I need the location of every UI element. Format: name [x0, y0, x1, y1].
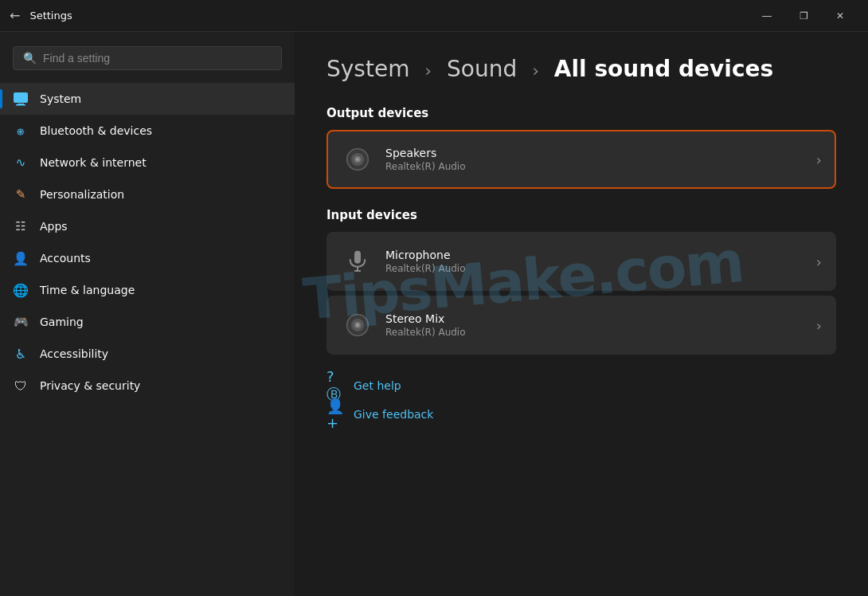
back-icon[interactable]: ← [10, 8, 20, 23]
sidebar-item-label-personalization: Personalization [40, 188, 124, 201]
sidebar: 🔍 System ⎈ Bluetooth & devices ∿ Network… [0, 32, 295, 596]
give-feedback-link[interactable]: 👤+ Give feedback [326, 406, 836, 423]
get-help-label: Get help [354, 379, 401, 392]
breadcrumb-system[interactable]: System [326, 56, 409, 82]
sidebar-item-apps[interactable]: ☷ Apps [0, 210, 295, 242]
breadcrumb: System › Sound › All sound devices [326, 56, 836, 82]
title-bar: ← Settings — ❐ ✕ [0, 0, 868, 32]
breadcrumb-current: All sound devices [554, 56, 773, 82]
monitor-icon [13, 91, 29, 107]
close-button[interactable]: ✕ [822, 0, 858, 32]
main-content: System › Sound › All sound devices Outpu… [295, 32, 868, 596]
sidebar-item-privacy[interactable]: 🛡 Privacy & security [0, 370, 295, 402]
svg-point-13 [356, 323, 359, 327]
privacy-icon: 🛡 [13, 378, 29, 394]
speaker-name: Speakers [385, 147, 816, 159]
sidebar-item-network[interactable]: ∿ Network & internet [0, 147, 295, 178]
sidebar-item-personalization[interactable]: ✎ Personalization [0, 178, 295, 210]
speaker-icon-wrap [341, 143, 374, 176]
svg-rect-7 [354, 251, 361, 264]
device-card-microphone[interactable]: Microphone Realtek(R) Audio › [326, 232, 836, 291]
sidebar-item-label-accounts: Accounts [40, 252, 91, 265]
sidebar-item-system[interactable]: System [0, 83, 295, 115]
network-icon: ∿ [13, 155, 29, 171]
input-devices-title: Input devices [326, 208, 836, 222]
speaker-sub: Realtek(R) Audio [385, 161, 816, 172]
sidebar-item-label-privacy: Privacy & security [40, 379, 140, 392]
microphone-sub: Realtek(R) Audio [385, 263, 816, 274]
svg-rect-0 [14, 92, 28, 103]
help-links: ?Ⓑ Get help 👤+ Give feedback [326, 377, 836, 423]
minimize-button[interactable]: — [749, 0, 785, 32]
time-icon: 🌐 [13, 282, 29, 298]
title-bar-left: ← Settings [10, 8, 72, 23]
microphone-info: Microphone Realtek(R) Audio [385, 249, 816, 274]
give-feedback-icon: 👤+ [326, 406, 344, 423]
sidebar-item-label-time: Time & language [40, 284, 135, 296]
svg-point-6 [356, 158, 359, 161]
search-icon: 🔍 [23, 52, 37, 65]
breadcrumb-sep2: › [532, 61, 539, 80]
title-bar-controls: — ❐ ✕ [749, 0, 858, 32]
sidebar-item-label-system: System [40, 92, 81, 105]
stereo-mix-icon [345, 312, 370, 338]
breadcrumb-sound[interactable]: Sound [447, 56, 517, 82]
microphone-chevron-icon: › [816, 253, 822, 270]
personalization-icon: ✎ [13, 186, 29, 202]
bluetooth-icon: ⎈ [13, 123, 29, 139]
speaker-icon [345, 147, 370, 172]
search-input[interactable] [43, 52, 272, 65]
sidebar-item-gaming[interactable]: 🎮 Gaming [0, 306, 295, 338]
maximize-button[interactable]: ❐ [785, 0, 822, 32]
stereo-mix-sub: Realtek(R) Audio [385, 327, 816, 338]
svg-rect-2 [16, 104, 25, 106]
sidebar-item-label-accessibility: Accessibility [40, 347, 108, 360]
microphone-icon-wrap [341, 245, 374, 278]
app-layout: 🔍 System ⎈ Bluetooth & devices ∿ Network… [0, 32, 868, 596]
stereo-mix-info: Stereo Mix Realtek(R) Audio [385, 312, 816, 338]
microphone-name: Microphone [385, 249, 816, 261]
apps-icon: ☷ [13, 218, 29, 234]
device-card-stereo-mix[interactable]: Stereo Mix Realtek(R) Audio › [326, 296, 836, 355]
sidebar-item-label-network: Network & internet [40, 156, 147, 169]
input-devices-section: Input devices Microphone Realtek(R) Audi… [326, 208, 836, 355]
give-feedback-label: Give feedback [354, 408, 433, 421]
sidebar-item-accounts[interactable]: 👤 Accounts [0, 242, 295, 274]
accessibility-icon: ♿ [13, 346, 29, 362]
sidebar-item-bluetooth[interactable]: ⎈ Bluetooth & devices [0, 115, 295, 147]
sidebar-item-label-apps: Apps [40, 220, 68, 233]
get-help-icon: ?Ⓑ [326, 377, 344, 394]
sidebar-item-label-gaming: Gaming [40, 316, 84, 328]
output-devices-title: Output devices [326, 106, 836, 120]
sidebar-item-accessibility[interactable]: ♿ Accessibility [0, 338, 295, 370]
sidebar-item-time[interactable]: 🌐 Time & language [0, 274, 295, 306]
gaming-icon: 🎮 [13, 314, 29, 330]
stereo-mix-icon-wrap [341, 308, 374, 342]
stereo-mix-chevron-icon: › [816, 317, 822, 334]
get-help-link[interactable]: ?Ⓑ Get help [326, 377, 836, 394]
breadcrumb-sep1: › [424, 61, 432, 80]
speaker-chevron-icon: › [816, 151, 822, 168]
stereo-mix-name: Stereo Mix [385, 312, 816, 325]
sidebar-item-label-bluetooth: Bluetooth & devices [40, 124, 152, 137]
title-bar-title: Settings [29, 10, 72, 22]
speaker-info: Speakers Realtek(R) Audio [385, 147, 816, 172]
microphone-icon [345, 249, 370, 274]
search-box[interactable]: 🔍 [13, 46, 282, 70]
device-card-speakers[interactable]: Speakers Realtek(R) Audio › [326, 130, 836, 189]
accounts-icon: 👤 [13, 250, 29, 266]
